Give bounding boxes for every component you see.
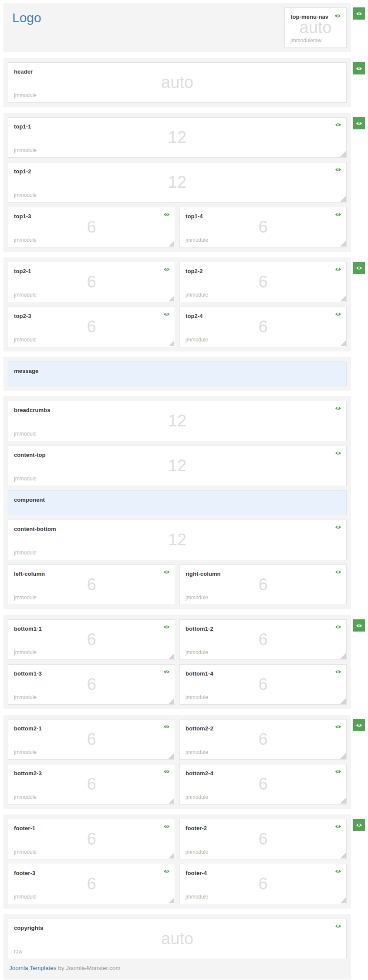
eye-icon[interactable] [335, 312, 341, 317]
resize-handle[interactable] [169, 853, 174, 858]
eye-icon[interactable] [335, 570, 341, 574]
resize-handle[interactable] [340, 151, 346, 157]
resize-handle[interactable] [169, 798, 174, 804]
section-rows-top2: top2-16jmmoduletop2-26jmmoduletop2-36jmm… [8, 262, 347, 347]
position-box-bottom1-3: bottom1-36jmmodule [8, 664, 175, 705]
eye-icon[interactable] [335, 451, 341, 456]
module-row: headerautojmmodule [8, 62, 347, 103]
eye-icon[interactable] [335, 724, 341, 729]
resize-handle[interactable] [169, 296, 174, 301]
section-rows-copyrights: copyrightsautorawJoomla Templates by Joo… [8, 919, 347, 971]
resize-handle[interactable] [169, 341, 174, 346]
section-visibility-toggle-button[interactable] [353, 719, 365, 731]
section-row-top1: top1-112jmmoduletop1-212jmmoduletop1-36j… [3, 113, 368, 252]
eye-icon[interactable] [163, 824, 170, 829]
grid-size-value: 6 [8, 875, 175, 892]
section-visibility-toggle-button[interactable] [353, 619, 365, 632]
eye-icon[interactable] [335, 167, 341, 172]
section-visibility-toggle-button[interactable] [353, 262, 365, 274]
position-box-top1-2: top1-212jmmodule [8, 162, 347, 203]
module-type-label: jmmoduleraw [290, 37, 321, 44]
resize-handle[interactable] [169, 898, 174, 903]
section-rows-bottom1: bottom1-16jmmodulebottom1-26jmmodulebott… [8, 619, 347, 705]
position-box-top2-1: top2-16jmmodule [8, 262, 175, 302]
grid-size-value: 6 [8, 576, 175, 593]
module-row: bottom2-36jmmodulebottom2-46jmmodule [8, 764, 347, 804]
section-row-header: headerautojmmodule [3, 58, 368, 107]
grid-size-value: 6 [8, 676, 175, 693]
section-visibility-toggle-button[interactable] [353, 819, 365, 831]
module-type-label: jmmodule [14, 550, 37, 556]
resize-handle[interactable] [340, 698, 346, 704]
eye-icon[interactable] [163, 769, 170, 774]
eye-icon[interactable] [335, 924, 341, 929]
eye-icon[interactable] [163, 669, 170, 674]
module-type-label: jmmodule [14, 237, 37, 243]
resize-handle[interactable] [340, 196, 346, 202]
resize-handle[interactable] [340, 853, 346, 858]
eye-icon[interactable] [335, 406, 341, 411]
resize-handle[interactable] [340, 296, 346, 301]
eye-icon[interactable] [163, 869, 170, 874]
resize-handle[interactable] [340, 653, 346, 659]
module-row: breadcrumbs12jmmodule [8, 401, 347, 441]
resize-handle[interactable] [340, 753, 346, 759]
module-type-label: jmmodule [186, 292, 208, 298]
eye-icon[interactable] [335, 267, 341, 272]
module-row: top1-212jmmodule [8, 162, 347, 203]
grid-size-value: 12 [8, 457, 346, 474]
grid-size-value: 6 [180, 318, 346, 335]
eye-icon[interactable] [334, 14, 341, 18]
section-rows-bottom2: bottom2-16jmmodulebottom2-26jmmodulebott… [8, 719, 347, 804]
section-row-message: message [3, 357, 368, 391]
resize-handle[interactable] [169, 698, 174, 704]
module-row: top2-16jmmoduletop2-26jmmodule [8, 262, 347, 302]
module-type-label: jmmodule [186, 894, 208, 900]
resize-handle[interactable] [340, 341, 346, 346]
site-logo: Logo [8, 7, 163, 25]
eye-icon[interactable] [335, 824, 341, 829]
position-box-bottom1-2: bottom1-26jmmodule [179, 619, 347, 660]
eye-icon[interactable] [335, 869, 341, 874]
section-rows-message: message [8, 362, 347, 386]
section-visibility-toggle-button[interactable] [353, 7, 365, 20]
resize-handle[interactable] [340, 898, 346, 903]
position-box-top2-3: top2-36jmmodule [8, 307, 175, 347]
resize-handle[interactable] [340, 798, 346, 804]
eye-icon[interactable] [163, 570, 170, 574]
eye-icon[interactable] [163, 724, 170, 729]
position-box-right-column: right-column6jmmodule [179, 564, 347, 605]
eye-icon[interactable] [335, 525, 341, 530]
eye-icon[interactable] [335, 625, 341, 629]
grid-size-value: 6 [180, 219, 346, 235]
resize-handle[interactable] [169, 653, 174, 659]
module-row: top1-112jmmodule [8, 117, 347, 158]
eye-icon[interactable] [163, 312, 170, 317]
eye-icon[interactable] [335, 122, 341, 127]
grid-size-value: 6 [180, 576, 346, 593]
grid-size-value: 6 [8, 731, 175, 747]
section-rows-top1: top1-112jmmoduletop1-212jmmoduletop1-36j… [8, 117, 347, 247]
eye-icon[interactable] [335, 769, 341, 774]
resize-handle[interactable] [340, 241, 346, 247]
module-type-label: jmmodule [14, 337, 37, 343]
eye-icon[interactable] [163, 267, 170, 272]
grid-size-value: 6 [8, 274, 175, 290]
eye-icon[interactable] [163, 212, 170, 217]
section-message: message [3, 357, 351, 391]
module-type-label: jmmodule [186, 237, 208, 243]
resize-handle[interactable] [169, 241, 174, 247]
grid-size-value: 6 [180, 676, 346, 693]
section-rows-main: breadcrumbs12jmmodulecontent-top12jmmodu… [8, 401, 347, 605]
eye-icon[interactable] [163, 625, 170, 629]
position-box-top2-4: top2-46jmmodule [179, 307, 347, 347]
grid-size-value: auto [8, 930, 346, 947]
joomla-templates-link[interactable]: Joomla Templates [9, 965, 57, 971]
eye-icon[interactable] [335, 212, 341, 217]
section-visibility-toggle-button[interactable] [353, 62, 365, 74]
section-visibility-toggle-button[interactable] [353, 117, 365, 129]
module-row: top2-36jmmoduletop2-46jmmodule [8, 307, 347, 347]
resize-handle[interactable] [169, 753, 174, 759]
module-type-label: jmmodule [186, 849, 208, 855]
eye-icon[interactable] [335, 669, 341, 674]
